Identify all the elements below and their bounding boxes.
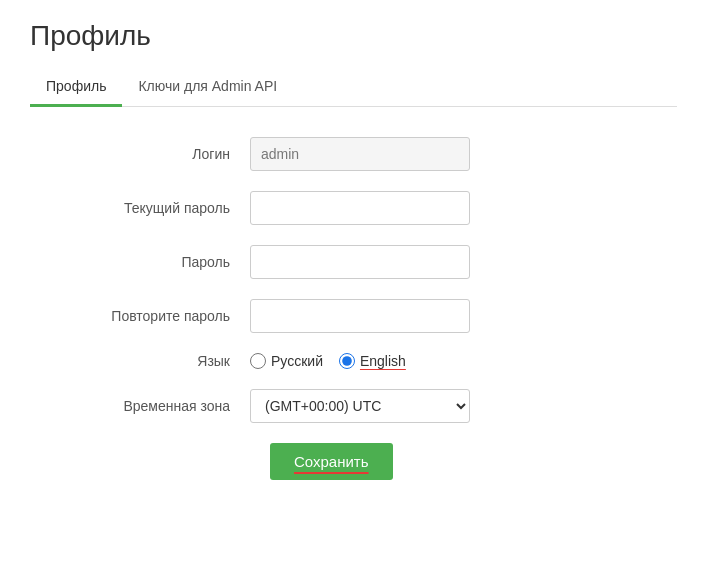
login-label: Логин (50, 146, 250, 162)
current-password-row: Текущий пароль (50, 191, 677, 225)
current-password-input[interactable] (250, 191, 470, 225)
language-russian-option[interactable]: Русский (250, 353, 323, 369)
save-row: Сохранить (50, 443, 677, 480)
language-english-option[interactable]: English (339, 353, 406, 369)
current-password-label: Текущий пароль (50, 200, 250, 216)
confirm-password-input[interactable] (250, 299, 470, 333)
page-container: Профиль Профиль Ключи для Admin API Логи… (0, 0, 707, 500)
tabs-bar: Профиль Ключи для Admin API (30, 68, 677, 107)
confirm-password-label: Повторите пароль (50, 308, 250, 324)
confirm-password-row: Повторите пароль (50, 299, 677, 333)
language-russian-radio[interactable] (250, 353, 266, 369)
password-label: Пароль (50, 254, 250, 270)
profile-form: Логин Текущий пароль Пароль Повторите па… (30, 137, 677, 480)
language-label: Язык (50, 353, 250, 369)
login-input[interactable] (250, 137, 470, 171)
language-russian-label: Русский (271, 353, 323, 369)
tab-admin-api[interactable]: Ключи для Admin API (122, 68, 293, 107)
language-english-label: English (360, 353, 406, 369)
language-row: Язык Русский English (50, 353, 677, 369)
login-row: Логин (50, 137, 677, 171)
tab-profile[interactable]: Профиль (30, 68, 122, 107)
timezone-select[interactable]: (GMT+00:00) UTC (250, 389, 470, 423)
timezone-label: Временная зона (50, 398, 250, 414)
language-radio-group: Русский English (250, 353, 406, 369)
timezone-row: Временная зона (GMT+00:00) UTC (50, 389, 677, 423)
password-input[interactable] (250, 245, 470, 279)
save-button[interactable]: Сохранить (270, 443, 393, 480)
password-row: Пароль (50, 245, 677, 279)
page-title: Профиль (30, 20, 677, 52)
language-english-radio[interactable] (339, 353, 355, 369)
